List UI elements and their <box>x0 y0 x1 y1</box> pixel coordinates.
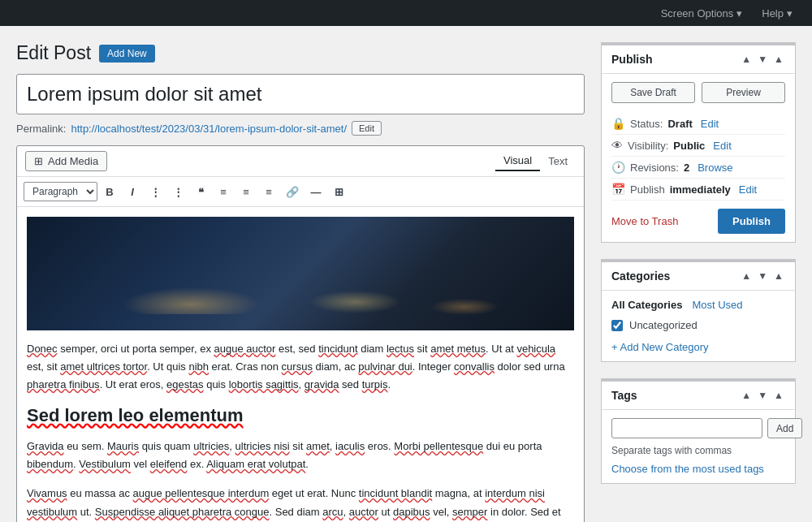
main-wrap: Edit Post Add New Permalink: http://loca… <box>0 26 812 522</box>
page-title: Edit Post <box>16 42 91 64</box>
publish-box-toggle[interactable]: ▲ <box>772 52 785 67</box>
choose-tags-link[interactable]: Choose from the most used tags <box>611 463 764 475</box>
categories-box-content: All Categories Most Used Uncategorized +… <box>602 290 795 361</box>
revisions-label: Revisions: <box>630 162 679 174</box>
content-paragraph-2: Gravida eu sem. Mauris quis quam ultrici… <box>27 438 574 473</box>
categories-collapse-down[interactable]: ▼ <box>756 269 769 283</box>
status-row: 🔒 Status: Draft Edit <box>611 113 785 135</box>
view-tabs: Visual Text <box>495 151 576 171</box>
help-label: Help <box>762 7 784 19</box>
tab-most-used[interactable]: Most Used <box>692 299 742 311</box>
ordered-list-button[interactable]: ⋮ <box>167 183 188 201</box>
categories-box-title: Categories <box>611 270 670 283</box>
categories-toggle[interactable]: ▲ <box>772 269 785 283</box>
publish-box: Publish ▲ ▼ ▲ Save Draft Preview 🔒 Statu… <box>601 42 796 243</box>
publish-footer: Move to Trash Publish <box>611 201 785 234</box>
editor-toolbar-top: ⊞ Add Media Visual Text <box>17 146 584 177</box>
status-label: Status: <box>630 118 663 130</box>
status-edit-link[interactable]: Edit <box>701 118 719 130</box>
preview-button[interactable]: Preview <box>702 82 785 103</box>
categories-collapse-up[interactable]: ▲ <box>740 269 753 283</box>
category-label-uncategorized: Uncategorized <box>629 319 698 331</box>
publish-box-controls: ▲ ▼ ▲ <box>740 52 785 67</box>
permalink-edit-button[interactable]: Edit <box>352 121 382 136</box>
content-paragraph-1: Donec semper, orci ut porta semper, ex a… <box>27 340 574 394</box>
screen-options-label: Screen Options <box>661 7 734 19</box>
publish-buttons: Save Draft Preview <box>611 82 785 103</box>
add-new-category-link[interactable]: + Add New Category <box>611 341 709 353</box>
add-tag-button[interactable]: Add <box>767 418 802 438</box>
revisions-browse-link[interactable]: Browse <box>698 162 732 174</box>
category-checkbox-uncategorized[interactable] <box>611 320 623 331</box>
category-item: Uncategorized <box>611 319 785 331</box>
tags-toggle[interactable]: ▲ <box>772 388 785 403</box>
save-draft-button[interactable]: Save Draft <box>611 82 695 103</box>
align-left-button[interactable]: ≡ <box>213 183 234 201</box>
toolbar-row: Paragraph B I ⋮ ⋮ ❝ ≡ ≡ ≡ 🔗 — ⊞ <box>17 177 584 207</box>
publish-button[interactable]: Publish <box>718 209 785 234</box>
blockquote-button[interactable]: ❝ <box>190 183 211 201</box>
revisions-row: 🕐 Revisions: 2 Browse <box>611 157 785 179</box>
tags-box-controls: ▲ ▼ ▲ <box>740 388 785 403</box>
align-right-button[interactable]: ≡ <box>258 183 279 201</box>
tags-box-header[interactable]: Tags ▲ ▼ ▲ <box>602 382 795 409</box>
visibility-icon: 👁 <box>611 139 623 152</box>
tags-box: Tags ▲ ▼ ▲ Add Separate tags with commas… <box>601 378 796 484</box>
align-center-button[interactable]: ≡ <box>235 183 257 201</box>
visibility-label: Visibility: <box>628 140 668 152</box>
tags-box-title: Tags <box>611 389 637 402</box>
screen-options-button[interactable]: Screen Options ▾ <box>654 4 749 23</box>
page-title-row: Edit Post Add New <box>16 42 585 64</box>
add-new-button[interactable]: Add New <box>99 45 155 63</box>
visibility-edit-link[interactable]: Edit <box>713 140 731 152</box>
move-to-trash-link[interactable]: Move to Trash <box>611 215 678 227</box>
bold-button[interactable]: B <box>99 183 120 201</box>
tab-visual[interactable]: Visual <box>495 151 540 171</box>
publish-box-content: Save Draft Preview 🔒 Status: Draft Edit … <box>602 73 795 242</box>
visibility-value: Public <box>673 140 705 152</box>
tags-collapse-down[interactable]: ▼ <box>756 388 769 403</box>
content-paragraph-3: Vivamus eu massa ac augue pellentesque i… <box>27 485 574 522</box>
revisions-value: 2 <box>684 162 689 174</box>
add-media-label: Add Media <box>48 155 98 167</box>
tab-all-categories[interactable]: All Categories <box>611 299 682 311</box>
unordered-list-button[interactable]: ⋮ <box>145 183 166 201</box>
categories-box-controls: ▲ ▼ ▲ <box>740 269 785 283</box>
help-chevron: ▾ <box>787 7 793 19</box>
post-title-input[interactable] <box>16 74 585 114</box>
add-media-button[interactable]: ⊞ Add Media <box>25 151 107 171</box>
publish-time-edit-link[interactable]: Edit <box>739 183 757 196</box>
more-button[interactable]: — <box>305 183 326 201</box>
publish-time-icon: 📅 <box>611 183 625 196</box>
tab-text[interactable]: Text <box>540 151 576 171</box>
italic-button[interactable]: I <box>122 183 143 201</box>
screen-options-chevron: ▾ <box>736 7 742 19</box>
tags-input[interactable] <box>611 418 762 438</box>
city-lights-overlay <box>27 265 574 314</box>
add-media-icon: ⊞ <box>34 155 43 167</box>
revisions-icon: 🕐 <box>611 161 625 174</box>
publish-box-title: Publish <box>611 53 653 66</box>
categories-box: Categories ▲ ▼ ▲ All Categories Most Use… <box>601 259 796 362</box>
permalink-link[interactable]: http://localhost/test/2023/03/31/lorem-i… <box>71 123 347 135</box>
publish-box-collapse-down[interactable]: ▼ <box>756 52 769 67</box>
visibility-row: 👁 Visibility: Public Edit <box>611 135 785 157</box>
categories-tabs: All Categories Most Used <box>611 299 785 311</box>
toolbar-toggle-button[interactable]: ⊞ <box>328 183 349 201</box>
categories-box-header[interactable]: Categories ▲ ▼ ▲ <box>602 262 795 290</box>
tags-collapse-up[interactable]: ▲ <box>740 388 753 403</box>
tags-box-content: Add Separate tags with commas Choose fro… <box>602 409 795 483</box>
status-icon: 🔒 <box>611 117 625 130</box>
publish-box-header[interactable]: Publish ▲ ▼ ▲ <box>602 45 795 73</box>
link-button[interactable]: 🔗 <box>281 183 304 201</box>
help-button[interactable]: Help ▾ <box>755 4 799 23</box>
editor-content[interactable]: Donec semper, orci ut porta semper, ex a… <box>17 207 584 522</box>
publish-box-collapse-up[interactable]: ▲ <box>740 52 753 67</box>
format-select[interactable]: Paragraph <box>24 182 97 201</box>
permalink-row: Permalink: http://localhost/test/2023/03… <box>16 121 585 136</box>
publish-time-label: Publish <box>630 183 665 196</box>
permalink-label: Permalink: <box>16 123 66 135</box>
publish-time-row: 📅 Publish immediately Edit <box>611 179 785 201</box>
tags-hint: Separate tags with commas <box>611 445 785 456</box>
top-bar: Screen Options ▾ Help ▾ <box>0 0 812 26</box>
